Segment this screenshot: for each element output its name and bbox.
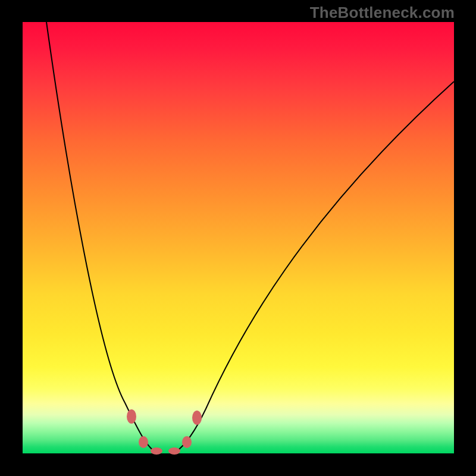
watermark-text: TheBottleneck.com (310, 4, 455, 22)
marker-3 (168, 447, 180, 455)
curve-left-branch (46, 22, 155, 452)
marker-1 (139, 436, 148, 448)
chart-frame: TheBottleneck.com (0, 0, 476, 476)
curve-svg (23, 22, 454, 453)
curve-right-branch (176, 82, 454, 452)
marker-2 (151, 447, 162, 455)
marker-4 (182, 436, 192, 448)
marker-0 (127, 409, 136, 424)
marker-5 (192, 411, 202, 425)
plot-area (23, 22, 454, 453)
